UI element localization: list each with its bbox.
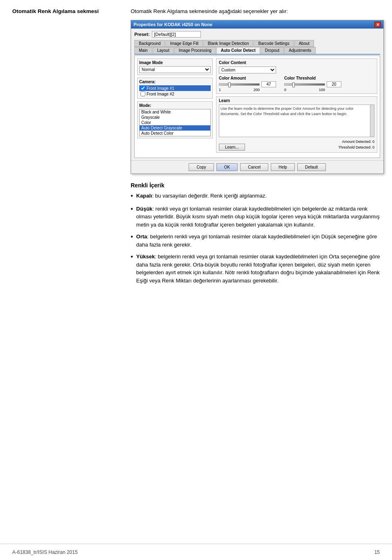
mode-item-grayscale[interactable]: Grayscale [140,115,210,120]
bullet-text-dusuk: Düşük: renkli veya gri tonlamalı resimle… [136,205,384,229]
camera-checkbox-front2[interactable] [140,91,145,96]
color-threshold-max: 100 [319,88,325,92]
page-footer: A-61838_tr/ISIS Haziran 2015 15 [0,544,392,560]
copy-button[interactable]: Copy [189,163,214,171]
image-mode-select[interactable]: Normal [139,66,211,73]
left-column: Otomatik Renk Algılama sekmesi [12,8,122,536]
color-amount-track[interactable] [219,83,260,86]
image-mode-label: Image Mode [139,60,211,65]
tab-blank-image-detection[interactable]: Blank Image Detection [203,40,254,47]
mode-item-bw[interactable]: Black and White [140,109,210,115]
threshold-detected-label: Threshold Detected: [338,145,371,149]
color-amount-slider-row: 47 [219,81,276,87]
dialog-buttons: Copy OK Cancel Help Default [131,160,383,173]
camera-label-front2: Front Image #2 [147,92,174,96]
preset-input[interactable] [152,31,201,38]
tab-image-edge-fill[interactable]: Image Edge Fill [165,40,203,47]
text-kapali: : bu varsayılan değerdir. Renk içeriği a… [152,193,267,199]
bullet-dot-1: • [131,191,133,201]
close-button[interactable]: ✕ [374,22,381,27]
amount-detected-row: Amount Detected: 0 [338,139,374,144]
learn-scrollbar[interactable] [370,105,374,137]
color-content-select[interactable]: Custom [219,67,276,73]
mode-item-auto-color[interactable]: Auto Detect Color [140,131,210,136]
preset-label: Preset: [134,32,149,37]
term-orta: Orta [136,233,147,240]
camera-label-front1: Front Image #1 [147,86,174,91]
learn-section: Learn Use the learn mode to determine th… [216,96,377,153]
tab-about[interactable]: About [294,40,314,47]
ok-button[interactable]: OK [216,163,238,171]
preset-row: Preset: [134,31,380,38]
tab-image-processing[interactable]: Image Processing [174,47,216,54]
detected-info: Amount Detected: 0 Threshold Detected: 0 [338,139,374,151]
color-row: Color Amount 47 1 [219,76,374,92]
right-column: Otomatik Renk Algılama sekmesinde aşağıd… [131,8,384,536]
learn-title: Learn [219,98,374,103]
dialog-titlebar: Properties for KODAK i4250 on None ✕ [131,20,383,29]
bullet-dot-3: • [131,232,133,249]
color-threshold-group: Color Threshold 20 0 [284,76,341,92]
tab-dropout[interactable]: Dropout [261,47,284,54]
dialog-body: Preset: Background Image Edge Fill Blank… [131,29,383,160]
text-orta: : belgelerin renkli veya gri tonlamalı r… [136,233,377,248]
dialog-title: Properties for KODAK i4250 on None [134,22,212,27]
camera-checkbox-front1[interactable] [140,86,145,91]
tab-background[interactable]: Background [134,40,165,47]
mode-item-auto-grayscale[interactable]: Auto Detect Grayscale [140,125,210,131]
color-threshold-track[interactable] [284,83,325,86]
color-threshold-label: Color Threshold [284,76,316,80]
color-content-title: Color Content [219,60,374,65]
term-dusuk: Düşük [136,206,153,212]
bullet-kapali: • Kapalı: bu varsayılan değerdir. Renk i… [131,192,384,201]
color-amount-input[interactable]: 47 [261,81,276,87]
text-yuksek: : belgelerin renkli veya gri tonlamalı r… [136,253,380,284]
learn-bottom: Learn... Amount Detected: 0 Threshold De… [219,139,374,151]
left-panel: Image Mode Normal Camera: [137,58,213,155]
bullet-text-yuksek: Yüksek: belgelerin renkli veya gri tonla… [136,253,384,284]
learn-text: Use the learn mode to determine the prop… [220,107,354,116]
cancel-button[interactable]: Cancel [240,163,268,171]
section-title: Otomatik Renk Algılama sekmesi [12,8,122,14]
tab-barcode-settings[interactable]: Barcode Settings [254,40,294,47]
tabs-upper: Background Image Edge Fill Blank Image D… [134,40,380,47]
camera-group: Camera: Front Image #1 [137,78,213,99]
color-amount-min: 1 [219,88,221,92]
term-kapali: Kapalı [136,193,152,199]
image-mode-group: Image Mode Normal [137,58,213,75]
bullet-dot-4: • [131,252,133,284]
tab-adjustments[interactable]: Adjustments [284,47,316,54]
bullet-dot-2: • [131,204,133,229]
mode-list: Black and White Grayscale Color Auto Det… [139,109,211,136]
bullet-text-kapali: Kapalı: bu varsayılan değerdir. Renk içe… [136,192,384,201]
color-threshold-min: 0 [284,88,286,92]
right-panel: Color Content Custom Color Amount [216,58,377,155]
tab-main[interactable]: Main [134,47,152,54]
color-amount-range: 1 200 [219,88,260,92]
threshold-detected-row: Threshold Detected: 0 [338,144,374,150]
bullet-orta: • Orta: belgelerin renkli veya gri tonla… [131,233,384,249]
tab-layout[interactable]: Layout [153,47,174,54]
camera-item-front2[interactable]: Front Image #2 [139,91,211,97]
term-yuksek: Yüksek [136,253,155,260]
camera-item-front1[interactable]: Front Image #1 [139,85,211,91]
default-button[interactable]: Default [297,163,326,171]
color-amount-max: 200 [254,88,260,92]
color-threshold-range: 0 100 [284,88,325,92]
footer-left: A-61838_tr/ISIS Haziran 2015 [12,549,78,555]
bullet-text-orta: Orta: belgelerin renkli veya gri tonlama… [136,233,384,249]
text-dusuk: : renkli veya gri tonlamalı resimler ola… [136,206,380,228]
bullet-dusuk: • Düşük: renkli veya gri tonlamalı resim… [131,205,384,229]
color-threshold-input[interactable]: 20 [327,81,341,87]
camera-label: Camera: [139,80,211,84]
mode-item-color[interactable]: Color [140,120,210,125]
mode-group: Mode: Black and White Grayscale Color Au… [137,101,213,138]
mode-label: Mode: [139,103,211,108]
color-threshold-slider-row: 20 [284,81,341,87]
bullet-list: • Kapalı: bu varsayılan değerdir. Renk i… [131,192,384,285]
page-container: Otomatik Renk Algılama sekmesi Otomatik … [0,0,392,560]
tab-auto-color-detect[interactable]: Auto Color Detect [216,47,260,54]
learn-button[interactable]: Learn... [219,144,245,151]
help-button[interactable]: Help [271,163,295,171]
color-amount-group: Color Amount 47 1 [219,76,276,92]
